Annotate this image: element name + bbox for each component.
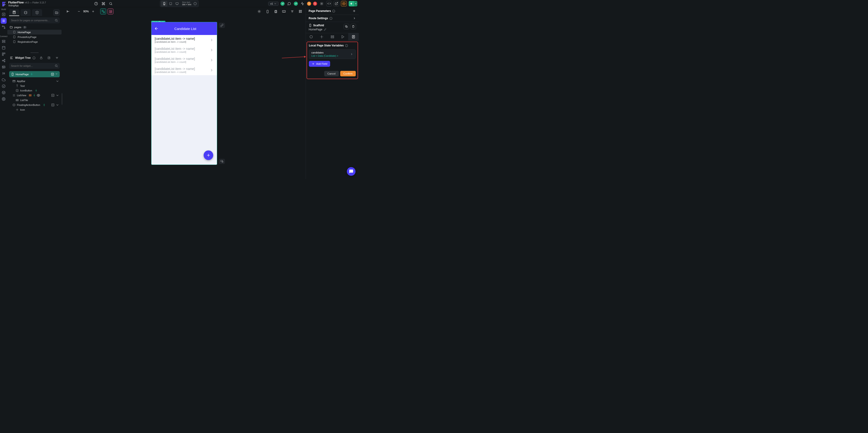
panel-drag-handle[interactable] (7, 52, 62, 53)
rail-indent-icon[interactable] (1, 70, 7, 76)
tab-pages[interactable] (9, 9, 19, 16)
chevron-right-icon[interactable] (353, 17, 356, 20)
zoom-in-button[interactable] (90, 8, 96, 14)
info-icon[interactable] (193, 2, 197, 5)
run-button[interactable] (349, 1, 354, 6)
pages-search[interactable] (9, 18, 60, 23)
chevron-down-icon[interactable] (55, 72, 58, 75)
page-parameters-header[interactable]: Page Parameters (306, 7, 359, 15)
page-item-homepage[interactable]: HomePage (7, 30, 62, 35)
rail-database-icon[interactable] (1, 45, 7, 51)
route-settings-header[interactable]: Route Settings (306, 15, 359, 22)
preview-button[interactable] (341, 1, 347, 6)
back-icon[interactable] (154, 26, 159, 31)
version-pill[interactable]: v1 (268, 2, 279, 6)
pages-search-input[interactable] (11, 19, 55, 22)
page-item-registration[interactable]: RegistrationPage (7, 39, 62, 44)
list-tile[interactable]: [candidateList item -> name][candidateLi… (151, 55, 217, 65)
copy-icon[interactable] (344, 24, 349, 29)
tab-backend[interactable] (327, 33, 337, 40)
list-tile[interactable]: [candidateList item -> name][candidateLi… (151, 65, 217, 75)
chevron-down-icon[interactable] (56, 79, 59, 83)
canvas[interactable]: HomePage Candidate List [candidateList i… (63, 15, 306, 179)
tree-iconbutton[interactable]: IconButton (8, 88, 61, 93)
info-icon[interactable] (32, 57, 35, 60)
tree-root[interactable]: HomePage (9, 71, 60, 77)
add-field-button[interactable]: Add Field (309, 61, 330, 67)
tab-properties[interactable] (306, 33, 316, 40)
panel-resizer[interactable] (62, 7, 62, 179)
preview-appbar[interactable]: Candidate List (151, 22, 217, 35)
page-item-privatekey[interactable]: PrivateKeyPage (7, 35, 62, 39)
rail-storage-icon[interactable] (1, 38, 7, 44)
collapse-left-icon[interactable] (65, 8, 71, 14)
tab-actions[interactable] (316, 33, 327, 40)
tab-animations[interactable] (338, 33, 348, 40)
cancel-button[interactable]: Cancel (324, 71, 339, 76)
lock-icon[interactable] (39, 56, 43, 60)
keyboard-icon[interactable] (281, 8, 287, 14)
lightmode-icon[interactable] (256, 8, 262, 14)
rail-media-icon[interactable] (1, 64, 7, 70)
device-phone-button[interactable] (161, 1, 167, 6)
list-tile[interactable]: [candidateList item -> name][candidateLi… (151, 45, 217, 55)
rail-api-icon[interactable] (1, 58, 7, 64)
rail-tree-icon[interactable] (1, 24, 7, 30)
tree-fab[interactable]: FloatingActionButton (8, 102, 61, 107)
phone-preview[interactable]: Candidate List [candidateList item -> na… (151, 22, 217, 165)
info-icon[interactable] (345, 44, 348, 47)
rail-theme-icon[interactable] (1, 90, 7, 96)
search-icon[interactable] (109, 2, 113, 6)
device-frame-icon[interactable] (273, 8, 279, 14)
link-icon[interactable] (219, 23, 225, 28)
optimize-icon[interactable] (300, 1, 305, 6)
edit-icon[interactable] (324, 28, 327, 31)
multiselect-button[interactable] (100, 8, 106, 14)
new-folder-button[interactable] (53, 9, 60, 16)
open-icon[interactable] (334, 1, 339, 6)
pages-folder[interactable]: pages 3 (7, 25, 62, 30)
warning-badge-1[interactable]: 1 (307, 2, 311, 6)
text-tool-icon[interactable] (289, 8, 295, 14)
bug-icon[interactable] (319, 1, 324, 6)
add-widget-icon[interactable] (51, 72, 54, 76)
resize-button[interactable] (107, 8, 114, 14)
delete-icon[interactable] (350, 24, 356, 29)
expand-icon[interactable] (47, 56, 51, 60)
rail-cloud-icon[interactable] (1, 77, 7, 83)
code-icon[interactable] (326, 1, 332, 6)
state-field-candidates[interactable]: candidates List < Data (Candidate) > (309, 49, 356, 59)
fab-button[interactable] (204, 151, 213, 160)
tab-state[interactable] (348, 33, 359, 40)
rail-check-icon[interactable] (1, 83, 7, 89)
device-desktop-button[interactable] (174, 1, 180, 6)
add-icon[interactable] (51, 94, 55, 97)
tree-appbar[interactable]: AppBar (8, 79, 61, 84)
rail-datatype-icon[interactable] (1, 51, 7, 57)
collapse-icon[interactable] (55, 56, 59, 60)
device-phone-icon[interactable] (265, 8, 271, 14)
tree-listtile[interactable]: ListTile (8, 98, 61, 102)
confirm-button[interactable]: Confirm (340, 71, 356, 76)
zoom-level[interactable]: 90% (83, 10, 89, 13)
error-badge-1[interactable]: 1 (313, 2, 317, 6)
tree-text[interactable]: Text (8, 84, 61, 88)
tree-listview[interactable]: ListView (8, 93, 61, 98)
zoom-out-button[interactable] (76, 8, 82, 14)
chevron-down-icon[interactable] (56, 103, 59, 107)
tab-widgets[interactable] (32, 9, 42, 16)
help-icon[interactable] (94, 2, 98, 6)
list-tile[interactable]: [candidateList item -> name][candidateLi… (151, 35, 217, 45)
comments-icon[interactable] (286, 1, 292, 6)
add-param-icon[interactable] (352, 9, 356, 13)
widget-search[interactable] (9, 63, 60, 69)
intercom-chat-button[interactable] (347, 167, 355, 176)
device-tablet-button[interactable] (167, 1, 174, 6)
status-check-icon-2[interactable] (294, 2, 298, 6)
command-icon[interactable] (101, 2, 105, 6)
status-check-icon[interactable] (280, 2, 285, 6)
add-icon[interactable] (51, 103, 55, 107)
responsive-icon[interactable] (219, 159, 225, 164)
chevron-down-icon[interactable] (56, 94, 59, 97)
widget-search-input[interactable] (11, 64, 55, 67)
